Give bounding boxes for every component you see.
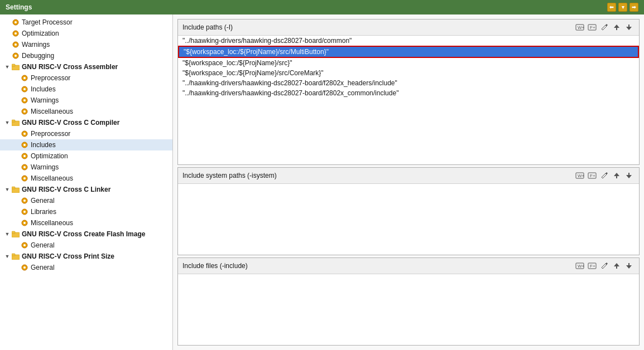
move-down-button[interactable] [623,22,635,33]
folder-icon [11,62,20,71]
include-files-title: Include files (-include) [182,262,248,270]
sidebar-item-asm-includes[interactable]: Includes [0,84,172,95]
gear-icon [20,140,29,149]
svg-point-25 [23,155,26,157]
system-paths-list [178,184,639,255]
sidebar-item-cc-misc[interactable]: Miscellaneous [0,173,172,184]
sidebar-item-label: Optimization [31,152,68,160]
sidebar-item-cc-warnings[interactable]: Warnings [0,162,172,173]
path-item[interactable]: "${workspace_loc:/${ProjName}/src/CoreMa… [178,68,639,78]
add-workspace-button[interactable]: W+ [574,170,585,181]
sidebar-item-gnu-flash[interactable]: ▼ GNU RISC-V Cross Create Flash Image [0,229,172,240]
move-down-button[interactable] [623,260,635,271]
include-files-tools: W+ F+ [574,260,635,271]
move-up-button[interactable] [611,170,622,181]
include-paths-list: "../haawking-drivers/haawking-dsc28027-b… [178,36,639,164]
svg-point-37 [23,222,26,224]
add-filesystem-button[interactable]: F+ [587,260,598,271]
path-item[interactable]: "../haawking-drivers/haawking-dsc28027-b… [178,88,639,98]
add-filesystem-button[interactable]: F+ [587,170,598,181]
system-paths-title: Include system paths (-isystem) [182,172,277,179]
back-button[interactable]: ⬅ [607,3,616,12]
expand-toggle[interactable]: ▼ [3,230,11,238]
svg-point-21 [23,133,26,135]
folder-icon [11,252,20,261]
sidebar-item-linker-libraries[interactable]: Libraries [0,206,172,217]
sidebar-item-optimization[interactable]: Optimization [0,28,172,39]
sidebar-item-linker-misc[interactable]: Miscellaneous [0,217,172,229]
svg-point-5 [15,43,17,46]
sidebar-item-cc-preprocessor[interactable]: Preprocessor [0,128,172,139]
svg-point-13 [23,88,26,90]
sidebar-item-debugging[interactable]: Debugging [0,50,172,61]
sidebar-item-gnu-c-linker[interactable]: ▼ GNU RISC-V Cross C Linker [0,184,172,195]
sidebar-item-label: Libraries [31,208,56,216]
gear-icon [20,263,29,272]
sidebar-item-label: GNU RISC-V Cross C Linker [22,186,110,193]
gear-icon [20,218,29,227]
svg-text:W+: W+ [578,264,584,269]
folder-icon [11,230,20,239]
gear-icon [20,207,29,216]
sidebar-item-asm-misc[interactable]: Miscellaneous [0,106,172,117]
toggle-spacer [12,152,20,160]
expand-toggle[interactable]: ▼ [3,252,11,260]
gear-icon [11,29,20,38]
svg-point-17 [23,110,26,113]
sidebar-item-label: GNU RISC-V Cross Assembler [22,63,118,71]
path-item[interactable]: "../haawking-drivers/haawking-dsc28027-b… [178,78,639,88]
add-workspace-button[interactable]: W+ [574,260,585,271]
path-item[interactable]: "${workspace_loc:/${ProjName}/src}" [178,58,639,68]
toggle-spacer [12,241,20,249]
sidebar-item-gnu-print[interactable]: ▼ GNU RISC-V Cross Print Size [0,251,172,262]
edit-path-button[interactable] [599,260,610,271]
move-down-button[interactable] [623,170,635,181]
svg-rect-50 [616,28,617,30]
svg-point-3 [15,32,17,35]
sidebar-item-label: Preprocessor [31,74,70,82]
sidebar-item-label: General [31,241,55,249]
include-paths-title: Include paths (-I) [182,23,233,31]
gear-icon [20,107,29,116]
folder-icon [11,185,20,194]
gear-icon [20,163,29,172]
sidebar-item-gnu-c-compiler[interactable]: ▼ GNU RISC-V Cross C Compiler [0,117,172,128]
move-up-button[interactable] [611,260,622,271]
path-item-selected[interactable]: "${workspace_loc:/${ProjName}/src/MultiB… [178,46,639,58]
dropdown-button[interactable]: ▾ [618,3,627,12]
sidebar-item-print-general[interactable]: General [0,262,172,273]
sidebar-item-linker-general[interactable]: General [0,195,172,206]
sidebar-item-cc-includes[interactable]: Includes [0,139,172,150]
toggle-spacer [12,141,20,149]
sidebar-item-label: GNU RISC-V Cross Create Flash Image [22,230,145,238]
sidebar-item-target-processor[interactable]: Target Processor [0,17,172,28]
add-workspace-button[interactable]: W+ [574,22,585,33]
sidebar-item-gnu-assembler[interactable]: ▼ GNU RISC-V Cross Assembler [0,61,172,72]
include-paths-tools: W+ F+ [574,22,635,33]
move-up-button[interactable] [611,22,622,33]
toggle-spacer [12,264,20,271]
toggle-spacer [12,85,20,93]
edit-path-button[interactable] [599,170,610,181]
sidebar-item-asm-warnings[interactable]: Warnings [0,95,172,106]
sidebar-item-cc-optimization[interactable]: Optimization [0,150,172,162]
title-text: Settings [6,3,32,11]
sidebar-item-flash-general[interactable]: General [0,240,172,251]
sidebar-item-warnings[interactable]: Warnings [0,39,172,50]
forward-button[interactable]: ➡ [629,3,638,12]
gear-icon [11,18,20,27]
gear-icon [20,96,29,105]
expand-toggle[interactable]: ▼ [3,119,11,127]
svg-point-41 [23,244,26,246]
add-filesystem-button[interactable]: F+ [587,22,598,33]
svg-rect-57 [628,173,629,175]
svg-point-29 [23,177,26,179]
include-files-section: Include files (-include) W+ F+ [177,257,640,346]
sidebar-item-asm-preprocessor[interactable]: Preprocessor [0,72,172,84]
edit-path-button[interactable] [599,22,610,33]
path-item[interactable]: "../haawking-drivers/haawking-dsc28027-b… [178,36,639,46]
expand-toggle[interactable]: ▼ [3,63,11,71]
svg-rect-9 [12,64,15,66]
expand-toggle[interactable]: ▼ [3,186,11,193]
include-files-header: Include files (-include) W+ F+ [178,258,639,274]
